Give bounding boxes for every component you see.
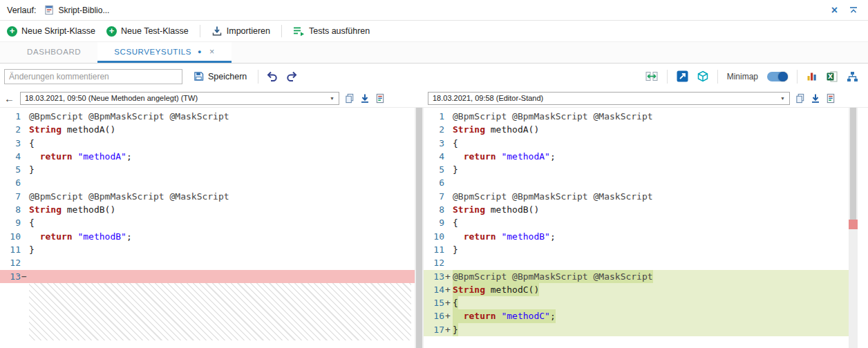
code-line-4[interactable]: 4 return "methodA"; <box>424 150 849 163</box>
diff-mark <box>444 216 453 229</box>
code-text: return "methodB"; <box>29 230 132 243</box>
diff-mark <box>444 230 453 243</box>
statistics-chart-icon[interactable] <box>806 71 818 81</box>
code-line-8[interactable]: 8String methodB() <box>0 203 415 216</box>
tab-scsurveysutils[interactable]: SCSURVEYSUTILS ● × <box>97 42 232 63</box>
code-text: String methodB() <box>29 203 115 216</box>
split-diff-sync-icon[interactable] <box>645 71 658 81</box>
save-button[interactable]: Speichern <box>189 70 251 83</box>
code-line-9[interactable]: 9{ <box>0 216 415 229</box>
separator <box>667 70 668 84</box>
code-line-5[interactable]: 5} <box>0 163 415 176</box>
code-line-15[interactable]: 15+{ <box>424 296 849 309</box>
diff-mark <box>444 203 453 216</box>
toggle-knob <box>778 72 788 81</box>
code-line-6[interactable]: 6 <box>0 176 415 189</box>
code-line-11[interactable]: 11} <box>424 243 849 256</box>
right-version-header: 18.03.2021, 09:58 (Editor-Stand) ▼ <box>424 89 868 107</box>
code-line-1[interactable]: 1@BpmScript @BpmMaskScript @MaskScript <box>0 110 415 123</box>
copy-icon[interactable] <box>345 93 355 104</box>
diff-pane-right[interactable]: 1@BpmScript @BpmMaskScript @MaskScript2S… <box>424 108 849 348</box>
back-arrow-icon[interactable]: ← <box>4 93 15 104</box>
code-line-4[interactable]: 4 return "methodA"; <box>0 150 415 163</box>
diff-mark <box>444 150 453 163</box>
code-line-13[interactable]: 13+@BpmScript @BpmMaskScript @MaskScript <box>424 270 849 283</box>
new-script-class-label: Neue Skript-Klasse <box>21 26 95 36</box>
line-number: 12 <box>0 256 21 269</box>
code-line-16[interactable]: 16+ return "methodC"; <box>424 309 849 322</box>
code-line-8[interactable]: 8String methodB() <box>424 203 849 216</box>
left-version-header: ← 18.03.2021, 09:50 (Neue Methoden angel… <box>0 89 415 107</box>
code-line-5[interactable]: 5} <box>424 163 849 176</box>
chevron-down-icon: ▼ <box>780 96 785 101</box>
tab-dashboard[interactable]: DASHBOARD <box>10 42 97 63</box>
code-line-13[interactable]: 13− <box>0 270 415 283</box>
code-line-7[interactable]: 7@BpmScript @BpmMaskScript @MaskScript <box>424 190 849 203</box>
import-button[interactable]: Importieren <box>211 26 270 37</box>
scrollbar-thumb[interactable] <box>416 108 422 348</box>
code-line-11[interactable]: 11} <box>0 243 415 256</box>
code-line-9[interactable]: 9{ <box>424 216 849 229</box>
line-number: 12 <box>424 256 444 269</box>
download-icon[interactable] <box>811 93 820 104</box>
redo-icon[interactable] <box>285 70 299 82</box>
right-version-value: 18.03.2021, 09:58 (Editor-Stand) <box>433 94 543 102</box>
collapse-panel-icon[interactable] <box>849 6 858 15</box>
excel-export-icon[interactable]: X <box>827 71 838 82</box>
code-text: } <box>29 163 35 176</box>
version-row: ← 18.03.2021, 09:50 (Neue Methoden angel… <box>0 89 868 108</box>
line-number: 8 <box>0 203 21 216</box>
code-line-12[interactable]: 12 <box>0 256 415 269</box>
diff-change-marker[interactable] <box>849 220 858 229</box>
run-tests-button[interactable]: Tests ausführen <box>293 26 370 37</box>
right-version-dropdown[interactable]: 18.03.2021, 09:58 (Editor-Stand) ▼ <box>428 92 790 105</box>
code-line-3[interactable]: 3{ <box>0 137 415 150</box>
script-document-icon <box>44 5 55 15</box>
structure-hierarchy-icon[interactable] <box>847 71 858 82</box>
code-line-3[interactable]: 3{ <box>424 137 849 150</box>
line-number: 9 <box>424 216 444 229</box>
minimap-toggle[interactable] <box>767 72 788 81</box>
line-number: 6 <box>424 176 444 189</box>
new-script-class-button[interactable]: + Neue Skript-Klasse <box>7 26 95 37</box>
code-line-1[interactable]: 1@BpmScript @BpmMaskScript @MaskScript <box>424 110 849 123</box>
code-text: String methodA() <box>453 123 539 136</box>
code-text: return "methodC"; <box>453 309 556 322</box>
tab-close-icon[interactable]: × <box>209 47 215 57</box>
line-number: 6 <box>0 176 21 189</box>
code-line-10[interactable]: 10 return "methodB"; <box>0 230 415 243</box>
diff-mark <box>21 137 29 150</box>
package-cube-icon[interactable] <box>697 70 708 82</box>
minimap-label: Minimap <box>727 72 758 81</box>
svg-text:X: X <box>828 73 833 80</box>
left-pane-scrollbar[interactable] <box>415 108 424 348</box>
overview-ruler[interactable] <box>849 108 858 348</box>
code-line-12[interactable]: 12 <box>424 256 849 269</box>
comment-input[interactable] <box>4 69 182 84</box>
download-icon[interactable] <box>360 93 370 104</box>
diff-mark: + <box>444 296 453 309</box>
scrollbar-thumb[interactable] <box>850 108 856 225</box>
code-line-2[interactable]: 2String methodA() <box>424 123 849 136</box>
code-line-10[interactable]: 10 return "methodB"; <box>424 230 849 243</box>
left-version-dropdown[interactable]: 18.03.2021, 09:50 (Neue Methoden angeleg… <box>20 92 339 105</box>
open-in-editor-icon[interactable] <box>677 70 688 82</box>
comment-bar-right-actions: Minimap X <box>645 70 864 84</box>
import-icon <box>211 26 223 37</box>
undo-icon[interactable] <box>265 70 279 82</box>
code-line-2[interactable]: 2String methodA() <box>0 123 415 136</box>
code-line-7[interactable]: 7@BpmScript @BpmMaskScript @MaskScript <box>0 190 415 203</box>
code-line-14[interactable]: 14+String methodC() <box>424 283 849 296</box>
compare-document-icon[interactable] <box>375 93 385 104</box>
titlebar-actions: × <box>831 5 861 16</box>
copy-icon[interactable] <box>795 93 805 104</box>
code-text: String methodC() <box>453 283 539 296</box>
diff-pane-left[interactable]: 1@BpmScript @BpmMaskScript @MaskScript2S… <box>0 108 415 348</box>
new-test-class-button[interactable]: + Neue Test-Klasse <box>106 26 189 37</box>
line-number: 8 <box>424 203 444 216</box>
code-line-6[interactable]: 6 <box>424 176 849 189</box>
code-text: @BpmScript @BpmMaskScript @MaskScript <box>453 270 653 283</box>
compare-document-icon[interactable] <box>826 93 836 104</box>
code-line-17[interactable]: 17+} <box>424 323 849 336</box>
close-icon[interactable]: × <box>831 5 838 16</box>
